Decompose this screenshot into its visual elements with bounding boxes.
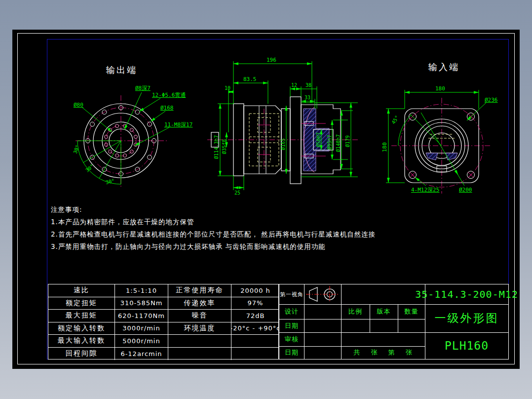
drawing-title: 一级外形图: [425, 304, 508, 332]
notes-header: 注意事项:: [51, 205, 82, 213]
date-label-1: 日期: [279, 319, 304, 332]
model-code: 35-114.3-200-M12: [425, 284, 508, 304]
spec-label: [168, 335, 231, 348]
input-hatch-left: [426, 153, 438, 160]
spec-value: [231, 335, 279, 348]
flange-dia-leader: [151, 111, 165, 121]
dim-95: Ø95h7: [327, 135, 332, 150]
note-line-3: 然后再将电机与行星减速机自然连接: [261, 230, 376, 238]
first-angle-symbol: [305, 284, 340, 304]
title-block: 第一视角 设计 日期 审核 日期 比例 版本 数量 共 张 第 张 35-114…: [279, 284, 509, 359]
dim-180-left: 180: [381, 142, 388, 152]
dowel-label: Ø8深7: [135, 85, 151, 91]
dowel-leader: [124, 92, 142, 130]
spec-value: -20°c - +90°c: [231, 322, 279, 335]
first-angle-label: 第一视角: [279, 284, 304, 304]
spec-value: 6-12arcmin: [115, 348, 168, 360]
tapped-holes-leader: [135, 127, 169, 146]
output-end-title: 输出端: [106, 65, 137, 75]
design-label: 设计: [279, 304, 304, 319]
corner-dia-leader: [467, 103, 486, 120]
dim-35: Ø35f8: [222, 139, 227, 154]
spec-value: 20000 h: [231, 284, 279, 297]
input-end-title: 输入端: [428, 62, 459, 72]
dim-10: 10: [225, 85, 230, 91]
drawing-sheet: 输出端: [12, 30, 520, 369]
angle-radial-lines: [77, 141, 121, 184]
section-view: 196 83.5 10 12 38 33: [207, 57, 358, 196]
spec-label: 额定输入转数: [48, 322, 115, 335]
spec-value: 310-585Nm: [115, 297, 168, 310]
bolt-circle-label: Ø200: [459, 187, 472, 193]
spec-value: [231, 348, 279, 360]
spec-value: 620-1170Nm: [115, 310, 168, 322]
dim-114-3: Ø114.3h7: [214, 135, 219, 159]
input-end-view: 输入端: [381, 62, 498, 194]
spec-label: 正常使用寿命: [168, 284, 231, 297]
dim-165: Ø165: [280, 138, 286, 150]
spec-label: 最大扭矩: [48, 310, 115, 322]
spec-value: 5000r/min: [115, 335, 168, 348]
section-bottom-dims: 25: [233, 176, 244, 196]
tapped-label: 4-M12深25: [411, 187, 439, 193]
dim-196: 196: [266, 57, 276, 63]
spec-label: 回程间隙: [48, 348, 115, 360]
tapped-holes-label: 11-M8深17: [164, 121, 192, 128]
bolt-circle-arrow: [456, 171, 458, 175]
flange-dia-label: Ø168: [160, 105, 174, 111]
angle-label-2: 30°: [84, 163, 95, 173]
angle-arc: [77, 141, 121, 184]
version-label: 版本: [370, 304, 398, 319]
spec-label: [168, 348, 231, 360]
dim-33: 33: [304, 95, 310, 100]
product-model: PLH160: [425, 332, 508, 359]
spec-value: 3000r/min: [115, 322, 168, 335]
input-angle-radial: [410, 114, 442, 146]
tapped-leader: [415, 177, 426, 186]
note-line-4: 3.严禁用重物击打，防止轴向力与径向力过大损坏轴承: [51, 242, 223, 250]
spec-label: 最大输入转数: [48, 335, 115, 348]
dim-50: Ø50H7: [316, 132, 321, 147]
hub-dia-leader: [82, 108, 112, 132]
through-holes-label: 12-Φ5.6贯通: [152, 92, 186, 98]
input-flange-plate: [290, 97, 301, 184]
note-line-2: 2.首先严格检查电机与行星减速机相连接的个部位尺寸是否匹配，: [51, 230, 259, 238]
through-holes-leader: [139, 98, 160, 112]
dim-38: 38: [305, 82, 311, 88]
dim-45deg: 45°: [390, 115, 400, 125]
spec-value: 1:5-1:10: [115, 284, 168, 297]
corner-dia-label: Ø236: [485, 97, 498, 103]
spec-label: 传递效率: [168, 297, 231, 310]
note-line-1: 1.本产品为精密部件，应放在干燥的地方保管: [51, 218, 194, 226]
sheet-info: 共 张 第 张: [341, 346, 425, 359]
note-line-5: 与齿轮而影响减速机的使用功能: [226, 242, 326, 250]
input-hatch-right: [446, 153, 457, 160]
spec-value: 72dB: [231, 310, 279, 322]
dim-83-5: 83.5: [243, 76, 257, 82]
hub-dia-label: Ø80: [74, 102, 83, 108]
dim-180-top: 180: [435, 85, 445, 92]
review-label: 审核: [279, 332, 304, 346]
date-label-2: 日期: [279, 346, 304, 359]
spec-label: 噪音: [168, 310, 231, 322]
tblock-line: [304, 284, 304, 359]
notes-block: 注意事项: 1.本产品为精密部件，应放在干燥的地方保管 2.首先严格检查电机与行…: [51, 203, 376, 253]
spec-label: 速比: [48, 284, 115, 297]
spec-value: 97%: [231, 297, 279, 310]
dim-25: 25: [234, 190, 240, 196]
spec-label: 环境温度: [168, 322, 231, 335]
spec-label: 额定扭矩: [48, 297, 115, 310]
dim-12: 12: [291, 82, 297, 88]
output-end-view: 输出端: [73, 65, 193, 188]
angle-label-3: 30°: [105, 178, 115, 185]
quantity-label: 数量: [398, 304, 425, 319]
scale-label: 比例: [341, 304, 370, 319]
dim-140: Ø140h7: [336, 134, 341, 152]
dim-179: Ø179: [345, 135, 350, 147]
spec-table: 速比 1:5-1:10 正常使用寿命 20000 h 额定扭矩 310-585N…: [48, 284, 279, 359]
